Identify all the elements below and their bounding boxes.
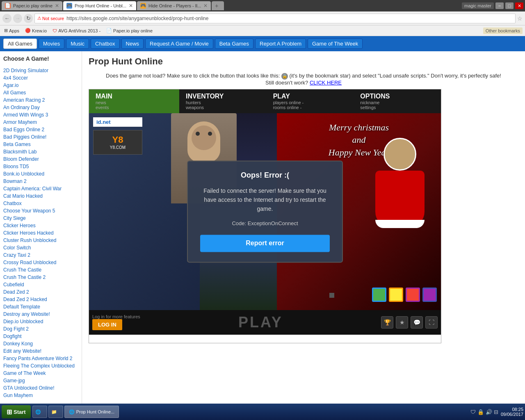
sidebar-link[interactable]: Crush The Castle: [2, 266, 80, 274]
tab-close-paper[interactable]: ✕: [55, 3, 59, 9]
sidebar-link[interactable]: Edit any Website!: [2, 347, 80, 355]
sidebar-link[interactable]: Default Template: [2, 303, 80, 310]
sidebar-link[interactable]: Color Switch: [2, 244, 80, 251]
bookmark-apps[interactable]: ⊞ Apps: [2, 27, 21, 34]
sidebar-link[interactable]: Armor Mayhem: [2, 119, 80, 126]
start-button[interactable]: ⊞ Start: [2, 405, 31, 418]
nav-news[interactable]: News: [121, 39, 144, 49]
nav-chatbox[interactable]: Chatbox: [91, 39, 119, 49]
tab-hide-online[interactable]: 🎮 Hide Online - Players - Il... ✕: [137, 1, 211, 10]
page-container: All Games Movies Music Chatbox News Requ…: [0, 36, 525, 420]
sidebar-link[interactable]: Gun Mayhem: [2, 392, 80, 399]
bookmark-paper[interactable]: 📄 Paper.io play online: [105, 27, 154, 34]
forward-button[interactable]: →: [13, 14, 22, 23]
trophy-icon-btn[interactable]: 🏆: [381, 316, 393, 329]
sidebar-link[interactable]: Dead Zed 2: [2, 288, 80, 296]
sidebar-link[interactable]: Bowman 2: [2, 178, 80, 185]
login-button[interactable]: LOG IN: [92, 319, 122, 330]
sidebar-link[interactable]: American Racing 2: [2, 96, 80, 104]
gifts-row: [372, 288, 437, 302]
sidebar-link[interactable]: Dog Fight 2: [2, 325, 80, 333]
bookmarks-bar: ⊞ Apps 🔴 Krew.io 🛡 AVG AntiVirus 2013 - …: [0, 25, 525, 36]
tab-paper-io[interactable]: 📄 Paper.io play online ✕: [2, 1, 62, 10]
sidebar-link[interactable]: Bad Eggs Online 2: [2, 126, 80, 133]
star-icon-btn[interactable]: ★: [396, 316, 408, 329]
sidebar-link[interactable]: Destroy any Website!: [2, 310, 80, 318]
sidebar-link[interactable]: Bloom Defender: [2, 155, 80, 163]
click-here-link[interactable]: CLICK HERE: [310, 80, 342, 86]
sidebar-link[interactable]: Clicker Heroes: [2, 222, 80, 229]
sidebar-title: Choose A Game!: [2, 55, 80, 63]
sidebar-link[interactable]: Bad Piggies Online!: [2, 133, 80, 141]
sidebar-link[interactable]: Agar.io: [2, 82, 80, 89]
address-input[interactable]: ⚠ Not secure https://sites.google.com/si…: [34, 14, 516, 23]
sidebar-link[interactable]: Bloons TD5: [2, 163, 80, 170]
sidebar-link[interactable]: Bonk.io Unblocked: [2, 170, 80, 178]
sidebar-link[interactable]: Clicker Heroes Hacked: [2, 229, 80, 237]
other-bookmarks[interactable]: Other bookmarks: [483, 27, 523, 34]
sidebar-link[interactable]: Captain America: Civil War: [2, 185, 80, 192]
sidebar-link[interactable]: Cluster Rush Unblocked: [2, 237, 80, 244]
url-text: https://sites.google.com/site/anygameunb…: [66, 16, 208, 21]
sidebar-link[interactable]: GTA Unblocked Online!: [2, 384, 80, 392]
tab-close-hide[interactable]: ✕: [203, 3, 208, 9]
title-bar: 📄 Paper.io play online ✕ 🎮 Prop Hunt Onl…: [0, 0, 525, 11]
tab-new[interactable]: +: [212, 1, 224, 10]
sidebar-link[interactable]: 2D Driving Simulator: [2, 67, 80, 74]
nav-movies[interactable]: Movies: [39, 39, 64, 49]
sidebar-link[interactable]: Crossy Road Unblocked: [2, 259, 80, 266]
tab-prop-hunt[interactable]: 🎮 Prop Hunt Online - Unbl... ✕: [63, 1, 136, 10]
sidebar-link[interactable]: Fancy Pants Adventure World 2: [2, 355, 80, 362]
sidebar-link[interactable]: 4x4 Soccer: [2, 74, 80, 82]
report-error-button[interactable]: Report error: [200, 235, 330, 252]
sidebar-link[interactable]: Choose Your Weapon 5: [2, 207, 80, 215]
sidebar-link[interactable]: Armed With Wings 3: [2, 111, 80, 119]
bookmark-star[interactable]: ☆: [517, 15, 523, 22]
login-prompt: Log in for more features: [92, 314, 140, 319]
nav-all-games[interactable]: All Games: [3, 39, 37, 49]
nav-music[interactable]: Music: [66, 39, 89, 49]
tab-label-hide: Hide Online - Players - Il...: [148, 3, 201, 8]
reload-button[interactable]: ↻: [24, 14, 33, 23]
sidebar-link[interactable]: Fleeing The Complex Unblocked: [2, 362, 80, 370]
sidebar-link[interactable]: City Siege: [2, 215, 80, 222]
fullscreen-icon-btn[interactable]: ⛶: [425, 316, 438, 329]
taskbar-ie-icon[interactable]: 🌐: [32, 406, 47, 418]
not-secure-badge: ⚠ Not secure: [37, 16, 64, 21]
chat-icon-btn[interactable]: 💬: [411, 316, 423, 329]
sidebar-link[interactable]: Donkey Kong: [2, 340, 80, 347]
taskbar-explorer-icon[interactable]: 📁: [48, 406, 63, 418]
sidebar-link[interactable]: Beta Games: [2, 141, 80, 148]
sidebar-link[interactable]: All Games: [2, 89, 80, 96]
gift-box-purple: [422, 288, 437, 302]
taskbar-prop-hunt[interactable]: 🌐 Prop Hunt Online...: [64, 406, 119, 418]
nav-report[interactable]: Report A Problem: [255, 39, 306, 49]
minimize-button[interactable]: −: [495, 2, 504, 9]
paper-icon: 📄: [106, 28, 112, 33]
sidebar-link[interactable]: An Ordinary Day: [2, 104, 80, 111]
back-button[interactable]: ←: [2, 14, 11, 23]
sidebar-link[interactable]: Dogfight: [2, 333, 80, 340]
nav-request[interactable]: Request A Game / Movie: [145, 39, 213, 49]
sidebar-link[interactable]: Game of The Week: [2, 370, 80, 377]
game-play-section: PLAY players online - rooms online -: [267, 89, 354, 113]
tab-icon-paper: 📄: [5, 3, 11, 9]
bookmark-krew[interactable]: 🔴 Krew.io: [23, 27, 48, 34]
sidebar-link[interactable]: Blacksmith Lab: [2, 148, 80, 155]
sidebar-link[interactable]: Cubefield: [2, 281, 80, 288]
nav-game-week[interactable]: Game of The Week: [308, 39, 363, 49]
sidebar-link[interactable]: Crazy Taxi 2: [2, 251, 80, 259]
sidebar-link[interactable]: Diep.io Unblocked: [2, 318, 80, 325]
game-inventory-section: INVENTORY hunters weapons: [179, 89, 267, 113]
bookmark-avg[interactable]: 🛡 AVG AntiVirus 2013 -: [51, 27, 102, 34]
sidebar-link[interactable]: Dead Zed 2 Hacked: [2, 296, 80, 303]
content-area: Choose A Game! 2D Driving Simulator 4x4 …: [0, 51, 525, 420]
tab-close-prop[interactable]: ✕: [129, 3, 133, 9]
nav-beta[interactable]: Beta Games: [215, 39, 253, 49]
sidebar-link[interactable]: Cat Mario Hacked: [2, 192, 80, 200]
sidebar-link[interactable]: Game-jpg: [2, 377, 80, 384]
maximize-button[interactable]: □: [505, 2, 514, 9]
close-button[interactable]: ✕: [515, 2, 523, 9]
sidebar-link[interactable]: Crush The Castle 2: [2, 274, 80, 281]
sidebar-link[interactable]: Chatbox: [2, 200, 80, 207]
